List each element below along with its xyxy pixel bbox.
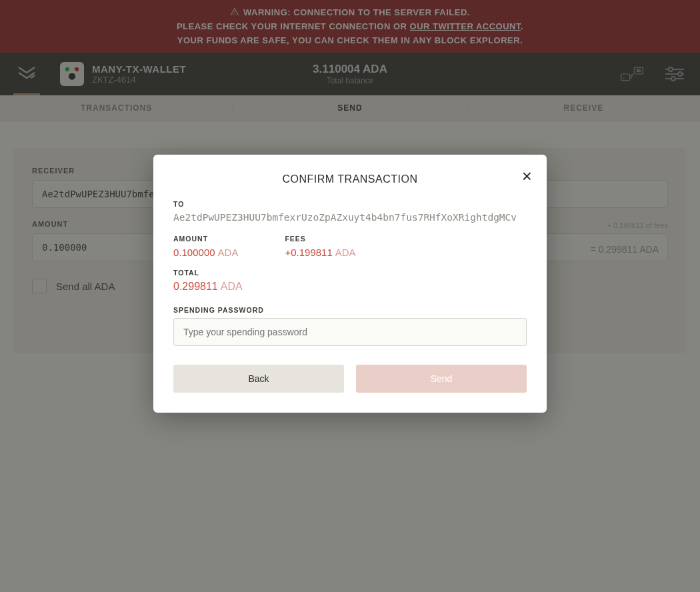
modal-fees-value: +0.199811ADA [285,247,355,258]
modal-total-label: TOTAL [173,269,527,277]
modal-total-value: 0.299811ADA [173,281,527,293]
send-button[interactable]: Send [356,365,527,393]
confirm-transaction-modal: CONFIRM TRANSACTION × TO Ae2tdPwUPEZ3HUU… [153,155,547,413]
modal-title: CONFIRM TRANSACTION [173,173,527,185]
modal-amount-label: AMOUNT [173,235,238,243]
modal-amount-value: 0.100000ADA [173,247,238,258]
modal-fees-label: FEES [285,235,355,243]
modal-to-label: TO [173,200,527,208]
back-button[interactable]: Back [173,365,344,393]
modal-password-label: SPENDING PASSWORD [173,306,527,314]
close-icon[interactable]: × [522,169,532,183]
modal-to-address: Ae2tdPwUPEZ3HUU7bmfexrUzoZpAZxuyt4b4bn7f… [173,212,527,223]
spending-password-input[interactable] [173,318,527,346]
